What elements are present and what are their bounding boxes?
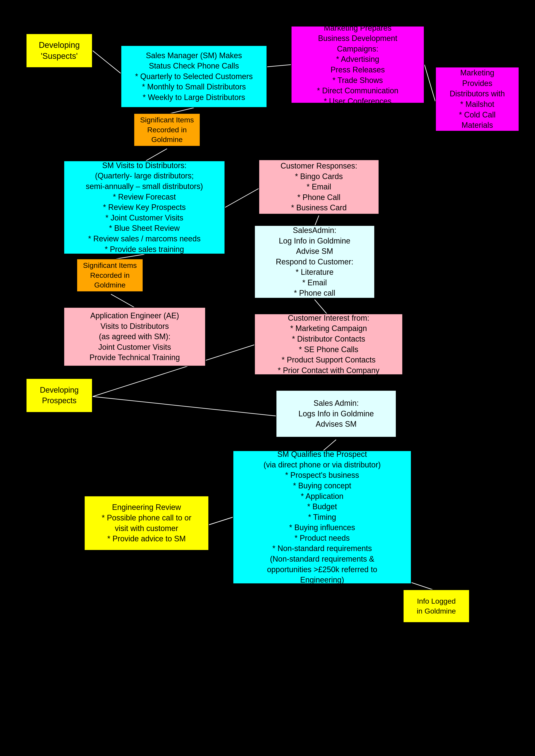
svg-line-2 (144, 149, 167, 162)
marketing-prepares-label: Marketing Prepares Business Development … (317, 23, 398, 107)
customer-interest-box: Customer Interest from: * Marketing Camp… (254, 314, 403, 375)
svg-line-15 (209, 517, 233, 525)
sales-admin-log-label: SalesAdmin: Log Info in Goldmine Advise … (276, 225, 353, 298)
marketing-provides-label: Marketing Provides Distributors with * M… (450, 68, 505, 130)
svg-line-8 (111, 294, 136, 308)
sm-visits-box: SM Visits to Distributors: (Quarterly- l… (64, 160, 225, 254)
info-logged-label: Info Logged in Goldmine (417, 596, 456, 616)
customer-responses-box: Customer Responses: * Bingo Cards * Emai… (259, 159, 379, 214)
svg-line-14 (209, 517, 233, 525)
sales-manager-calls-label: Sales Manager (SM) Makes Status Check Ph… (135, 50, 253, 103)
sales-manager-calls-box: Sales Manager (SM) Makes Status Check Ph… (121, 45, 267, 108)
diagram-container: Developing 'Suspects' Marketing Prepares… (0, 0, 535, 756)
engineering-review-box: Engineering Review * Possible phone call… (84, 496, 209, 551)
significant-items-1-label: Significant Items Recorded in Goldmine (140, 115, 194, 145)
customer-interest-label: Customer Interest from: * Marketing Camp… (278, 313, 380, 376)
svg-line-4 (424, 65, 435, 101)
svg-line-3 (267, 65, 291, 67)
engineering-review-label: Engineering Review * Possible phone call… (102, 502, 191, 544)
ae-visits-label: Application Engineer (AE) Visits to Dist… (89, 311, 180, 363)
customer-responses-label: Customer Responses: * Bingo Cards * Emai… (281, 161, 357, 213)
svg-line-11 (93, 397, 276, 416)
svg-line-9 (315, 299, 327, 315)
svg-line-0 (93, 51, 121, 73)
developing-suspects-label: Developing 'Suspects' (39, 40, 80, 62)
marketing-prepares-box: Marketing Prepares Business Development … (291, 26, 424, 103)
marketing-provides-box: Marketing Provides Distributors with * M… (435, 67, 519, 131)
sales-admin-logs-box: Sales Admin: Logs Info in Goldmine Advis… (276, 390, 396, 437)
info-logged-box: Info Logged in Goldmine (403, 589, 470, 623)
sm-qualifies-label: SM Qualifies the Prospect (via direct ph… (264, 449, 381, 585)
sales-admin-logs-label: Sales Admin: Logs Info in Goldmine Advis… (298, 398, 374, 430)
developing-prospects-box: Developing Prospects (26, 378, 93, 413)
svg-line-5 (224, 188, 259, 208)
svg-line-13 (409, 582, 435, 591)
developing-suspects-box: Developing 'Suspects' (26, 33, 93, 68)
significant-items-2-label: Significant Items Recorded in Goldmine (83, 261, 137, 290)
svg-line-6 (315, 215, 319, 226)
sm-visits-label: SM Visits to Distributors: (Quarterly- l… (86, 160, 203, 255)
ae-visits-box: Application Engineer (AE) Visits to Dist… (64, 307, 206, 366)
developing-prospects-label: Developing Prospects (40, 385, 79, 406)
significant-items-1-box: Significant Items Recorded in Goldmine (134, 113, 200, 147)
significant-items-2-box: Significant Items Recorded in Goldmine (76, 259, 143, 292)
sales-admin-log-box: SalesAdmin: Log Info in Goldmine Advise … (254, 225, 375, 298)
sm-qualifies-box: SM Qualifies the Prospect (via direct ph… (233, 450, 411, 584)
